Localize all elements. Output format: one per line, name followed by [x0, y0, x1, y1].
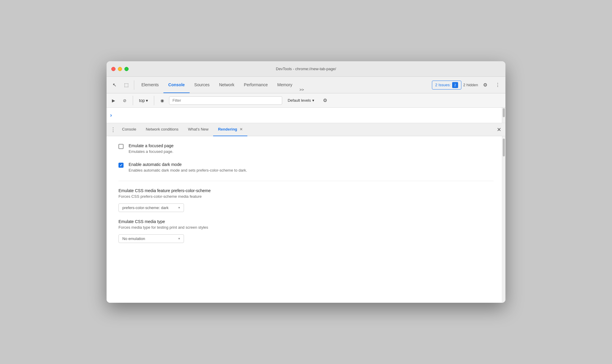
dropdown-arrow-2: ▾	[178, 237, 180, 241]
tab-memory[interactable]: Memory	[272, 77, 297, 93]
focused-page-desc: Emulates a focused page.	[129, 149, 174, 154]
section-divider-1	[118, 181, 494, 181]
filter-input[interactable]	[169, 96, 282, 105]
inspect-icon-button[interactable]: ⬚	[121, 80, 132, 90]
prefers-color-scheme-value: prefers-color-scheme: dark	[122, 205, 168, 210]
drawer: ⋮ Console Network conditions What's New …	[107, 123, 505, 303]
cursor-icon-button[interactable]: ↖	[109, 80, 120, 90]
auto-dark-desc: Enables automatic dark mode and sets pre…	[129, 168, 247, 172]
eye-icon: ◉	[160, 98, 164, 103]
toolbar-separator-1	[134, 80, 134, 90]
rendering-scrollbar-thumb	[503, 139, 505, 156]
no-entry-icon: ⊘	[123, 98, 127, 103]
default-levels-button[interactable]: Default levels ▾	[285, 97, 317, 104]
section-prefers-color-scheme: Emulate CSS media feature prefers-color-…	[118, 188, 494, 212]
css-media-type-title: Emulate CSS media type	[118, 219, 494, 224]
minimize-button[interactable]	[118, 67, 122, 71]
drawer-close-button[interactable]: ✕	[495, 125, 503, 134]
console-scrollbar-thumb	[503, 108, 505, 117]
issues-label-text: 2 Issues:	[435, 83, 451, 87]
dropdown-arrow-1: ▾	[178, 206, 180, 210]
issues-badge[interactable]: 2 Issues: 2	[432, 81, 461, 90]
more-options-button[interactable]: ⋮	[492, 80, 503, 90]
drawer-tab-bar: ⋮ Console Network conditions What's New …	[107, 123, 505, 136]
console-body[interactable]: ›	[107, 108, 505, 123]
tab-elements[interactable]: Elements	[137, 77, 163, 93]
console-toolbar: ▶ ⊘ top ▾ ◉ Default levels ▾ ⚙	[107, 93, 505, 108]
auto-dark-title: Enable automatic dark mode	[129, 162, 247, 167]
main-toolbar: ↖ ⬚ Elements Console Sources Network Per…	[107, 77, 505, 93]
chevron-down-icon: ▾	[146, 98, 148, 103]
focused-page-checkbox[interactable]	[118, 144, 124, 149]
console-separator-1	[133, 96, 133, 105]
close-rendering-tab-icon[interactable]: ✕	[240, 127, 243, 131]
auto-dark-checkbox[interactable]	[118, 163, 124, 168]
focused-page-title: Emulate a focused page	[129, 143, 174, 148]
css-media-type-value: No emulation	[122, 236, 145, 241]
drawer-menu-button[interactable]: ⋮	[109, 125, 117, 134]
css-media-type-desc: Forces media type for testing print and …	[118, 225, 494, 230]
main-tab-list: Elements Console Sources Network Perform…	[137, 77, 431, 93]
close-button[interactable]	[111, 67, 115, 71]
drawer-dots-icon: ⋮	[110, 126, 116, 133]
prefers-color-scheme-title: Emulate CSS media feature prefers-color-…	[118, 188, 494, 193]
prefers-color-scheme-dropdown[interactable]: prefers-color-scheme: dark ▾	[118, 203, 184, 212]
drawer-tab-network-conditions[interactable]: Network conditions	[141, 123, 183, 136]
tab-console[interactable]: Console	[163, 77, 189, 93]
gear-icon: ⚙	[483, 82, 487, 88]
tab-network[interactable]: Network	[214, 77, 239, 93]
more-tabs-button[interactable]: >>	[297, 86, 306, 93]
option-auto-dark: Enable automatic dark mode Enables autom…	[118, 162, 494, 172]
title-bar: DevTools - chrome://new-tab-page/	[107, 61, 505, 77]
inspect-icon: ⬚	[124, 82, 129, 88]
tab-sources[interactable]: Sources	[190, 77, 214, 93]
levels-chevron-icon: ▾	[312, 98, 314, 103]
close-drawer-icon: ✕	[497, 126, 501, 133]
focused-page-checkbox-wrap	[118, 144, 124, 149]
console-separator-2	[154, 96, 154, 105]
eye-button[interactable]: ◉	[158, 96, 167, 105]
window-title: DevTools - chrome://new-tab-page/	[276, 67, 336, 71]
drawer-tab-whats-new[interactable]: What's New	[183, 123, 213, 136]
issues-icon: 2	[452, 82, 458, 88]
focused-page-text: Emulate a focused page Emulates a focuse…	[129, 143, 174, 154]
settings-button[interactable]: ⚙	[480, 80, 491, 90]
console-settings-button[interactable]: ⚙	[320, 95, 330, 106]
console-gear-icon: ⚙	[323, 98, 327, 103]
auto-dark-text: Enable automatic dark mode Enables autom…	[129, 162, 247, 172]
tab-performance[interactable]: Performance	[239, 77, 272, 93]
section-css-media-type: Emulate CSS media type Forces media type…	[118, 219, 494, 243]
console-scrollbar[interactable]	[502, 108, 505, 123]
rendering-scrollbar[interactable]	[502, 136, 505, 303]
clear-button[interactable]: ⊘	[120, 96, 129, 105]
execute-button[interactable]: ▶	[109, 96, 118, 105]
hidden-badge: 2 hidden	[463, 83, 478, 87]
prompt-arrow: ›	[110, 112, 112, 118]
maximize-button[interactable]	[124, 67, 129, 71]
option-focused-page: Emulate a focused page Emulates a focuse…	[118, 143, 494, 154]
dots-vertical-icon: ⋮	[495, 82, 500, 88]
prefers-color-scheme-desc: Forces CSS prefers-color-scheme media fe…	[118, 194, 494, 199]
css-media-type-dropdown[interactable]: No emulation ▾	[118, 234, 184, 243]
traffic-lights	[111, 67, 129, 71]
rendering-panel: Emulate a focused page Emulates a focuse…	[107, 136, 505, 303]
context-selector[interactable]: top ▾	[137, 97, 150, 104]
drawer-tab-console[interactable]: Console	[117, 123, 141, 136]
devtools-window: DevTools - chrome://new-tab-page/ ↖ ⬚ El…	[107, 61, 505, 303]
toolbar-right: 2 Issues: 2 2 hidden ⚙ ⋮	[432, 80, 503, 90]
cursor-icon: ↖	[113, 82, 116, 88]
drawer-tab-rendering[interactable]: Rendering ✕	[213, 123, 247, 136]
auto-dark-checkbox-wrap	[118, 163, 124, 168]
play-icon: ▶	[112, 98, 115, 103]
